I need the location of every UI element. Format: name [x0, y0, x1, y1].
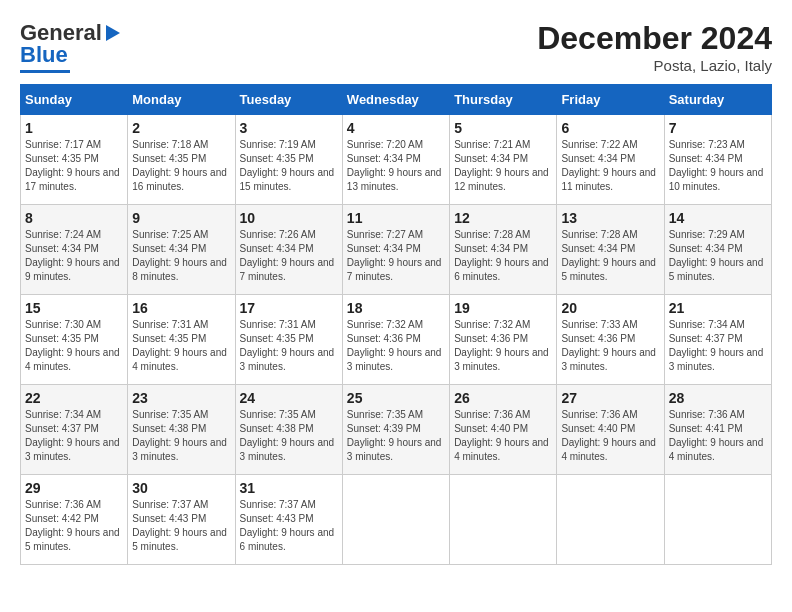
day-info: Sunrise: 7:24 AMSunset: 4:34 PMDaylight:…	[25, 229, 120, 282]
day-info: Sunrise: 7:18 AMSunset: 4:35 PMDaylight:…	[132, 139, 227, 192]
day-info: Sunrise: 7:37 AMSunset: 4:43 PMDaylight:…	[240, 499, 335, 552]
day-number: 8	[25, 210, 123, 226]
col-sunday: Sunday	[21, 85, 128, 115]
day-number: 26	[454, 390, 552, 406]
calendar-cell	[342, 475, 449, 565]
day-number: 18	[347, 300, 445, 316]
day-number: 16	[132, 300, 230, 316]
calendar-cell: 10Sunrise: 7:26 AMSunset: 4:34 PMDayligh…	[235, 205, 342, 295]
day-info: Sunrise: 7:21 AMSunset: 4:34 PMDaylight:…	[454, 139, 549, 192]
calendar-cell: 21Sunrise: 7:34 AMSunset: 4:37 PMDayligh…	[664, 295, 771, 385]
calendar-week-row: 15Sunrise: 7:30 AMSunset: 4:35 PMDayligh…	[21, 295, 772, 385]
day-info: Sunrise: 7:19 AMSunset: 4:35 PMDaylight:…	[240, 139, 335, 192]
day-number: 5	[454, 120, 552, 136]
day-number: 2	[132, 120, 230, 136]
logo-arrow-icon	[106, 25, 120, 41]
calendar-week-row: 1Sunrise: 7:17 AMSunset: 4:35 PMDaylight…	[21, 115, 772, 205]
day-info: Sunrise: 7:34 AMSunset: 4:37 PMDaylight:…	[669, 319, 764, 372]
day-info: Sunrise: 7:23 AMSunset: 4:34 PMDaylight:…	[669, 139, 764, 192]
day-number: 1	[25, 120, 123, 136]
day-info: Sunrise: 7:28 AMSunset: 4:34 PMDaylight:…	[454, 229, 549, 282]
day-info: Sunrise: 7:28 AMSunset: 4:34 PMDaylight:…	[561, 229, 656, 282]
day-info: Sunrise: 7:20 AMSunset: 4:34 PMDaylight:…	[347, 139, 442, 192]
day-info: Sunrise: 7:37 AMSunset: 4:43 PMDaylight:…	[132, 499, 227, 552]
calendar-cell: 3Sunrise: 7:19 AMSunset: 4:35 PMDaylight…	[235, 115, 342, 205]
calendar-cell	[664, 475, 771, 565]
day-number: 31	[240, 480, 338, 496]
calendar-week-row: 8Sunrise: 7:24 AMSunset: 4:34 PMDaylight…	[21, 205, 772, 295]
day-info: Sunrise: 7:36 AMSunset: 4:40 PMDaylight:…	[561, 409, 656, 462]
calendar-cell: 9Sunrise: 7:25 AMSunset: 4:34 PMDaylight…	[128, 205, 235, 295]
calendar-cell: 25Sunrise: 7:35 AMSunset: 4:39 PMDayligh…	[342, 385, 449, 475]
day-number: 12	[454, 210, 552, 226]
day-number: 30	[132, 480, 230, 496]
calendar-header-row: Sunday Monday Tuesday Wednesday Thursday…	[21, 85, 772, 115]
col-monday: Monday	[128, 85, 235, 115]
day-number: 7	[669, 120, 767, 136]
col-saturday: Saturday	[664, 85, 771, 115]
day-number: 13	[561, 210, 659, 226]
calendar-cell: 6Sunrise: 7:22 AMSunset: 4:34 PMDaylight…	[557, 115, 664, 205]
day-info: Sunrise: 7:33 AMSunset: 4:36 PMDaylight:…	[561, 319, 656, 372]
day-number: 10	[240, 210, 338, 226]
day-info: Sunrise: 7:31 AMSunset: 4:35 PMDaylight:…	[240, 319, 335, 372]
day-number: 27	[561, 390, 659, 406]
day-number: 25	[347, 390, 445, 406]
day-info: Sunrise: 7:36 AMSunset: 4:42 PMDaylight:…	[25, 499, 120, 552]
calendar-cell: 13Sunrise: 7:28 AMSunset: 4:34 PMDayligh…	[557, 205, 664, 295]
calendar-cell: 5Sunrise: 7:21 AMSunset: 4:34 PMDaylight…	[450, 115, 557, 205]
page-header: General Blue December 2024 Posta, Lazio,…	[20, 20, 772, 74]
day-info: Sunrise: 7:35 AMSunset: 4:38 PMDaylight:…	[240, 409, 335, 462]
calendar-week-row: 22Sunrise: 7:34 AMSunset: 4:37 PMDayligh…	[21, 385, 772, 475]
day-info: Sunrise: 7:25 AMSunset: 4:34 PMDaylight:…	[132, 229, 227, 282]
col-tuesday: Tuesday	[235, 85, 342, 115]
calendar-cell: 1Sunrise: 7:17 AMSunset: 4:35 PMDaylight…	[21, 115, 128, 205]
day-info: Sunrise: 7:31 AMSunset: 4:35 PMDaylight:…	[132, 319, 227, 372]
col-wednesday: Wednesday	[342, 85, 449, 115]
calendar-cell: 18Sunrise: 7:32 AMSunset: 4:36 PMDayligh…	[342, 295, 449, 385]
calendar-cell: 31Sunrise: 7:37 AMSunset: 4:43 PMDayligh…	[235, 475, 342, 565]
day-number: 22	[25, 390, 123, 406]
calendar-cell: 16Sunrise: 7:31 AMSunset: 4:35 PMDayligh…	[128, 295, 235, 385]
calendar-cell: 12Sunrise: 7:28 AMSunset: 4:34 PMDayligh…	[450, 205, 557, 295]
calendar-cell: 2Sunrise: 7:18 AMSunset: 4:35 PMDaylight…	[128, 115, 235, 205]
calendar-cell	[450, 475, 557, 565]
calendar-cell: 14Sunrise: 7:29 AMSunset: 4:34 PMDayligh…	[664, 205, 771, 295]
col-thursday: Thursday	[450, 85, 557, 115]
calendar-cell: 15Sunrise: 7:30 AMSunset: 4:35 PMDayligh…	[21, 295, 128, 385]
day-info: Sunrise: 7:29 AMSunset: 4:34 PMDaylight:…	[669, 229, 764, 282]
day-number: 21	[669, 300, 767, 316]
calendar-cell	[557, 475, 664, 565]
month-title: December 2024	[537, 20, 772, 57]
day-number: 15	[25, 300, 123, 316]
day-info: Sunrise: 7:30 AMSunset: 4:35 PMDaylight:…	[25, 319, 120, 372]
calendar-cell: 28Sunrise: 7:36 AMSunset: 4:41 PMDayligh…	[664, 385, 771, 475]
calendar-week-row: 29Sunrise: 7:36 AMSunset: 4:42 PMDayligh…	[21, 475, 772, 565]
col-friday: Friday	[557, 85, 664, 115]
day-info: Sunrise: 7:32 AMSunset: 4:36 PMDaylight:…	[454, 319, 549, 372]
day-number: 3	[240, 120, 338, 136]
calendar-cell: 4Sunrise: 7:20 AMSunset: 4:34 PMDaylight…	[342, 115, 449, 205]
calendar-cell: 19Sunrise: 7:32 AMSunset: 4:36 PMDayligh…	[450, 295, 557, 385]
day-number: 19	[454, 300, 552, 316]
logo: General Blue	[20, 20, 120, 73]
day-info: Sunrise: 7:17 AMSunset: 4:35 PMDaylight:…	[25, 139, 120, 192]
day-number: 20	[561, 300, 659, 316]
calendar-cell: 20Sunrise: 7:33 AMSunset: 4:36 PMDayligh…	[557, 295, 664, 385]
calendar-cell: 11Sunrise: 7:27 AMSunset: 4:34 PMDayligh…	[342, 205, 449, 295]
day-info: Sunrise: 7:35 AMSunset: 4:39 PMDaylight:…	[347, 409, 442, 462]
calendar-cell: 29Sunrise: 7:36 AMSunset: 4:42 PMDayligh…	[21, 475, 128, 565]
day-number: 6	[561, 120, 659, 136]
day-number: 17	[240, 300, 338, 316]
day-info: Sunrise: 7:36 AMSunset: 4:40 PMDaylight:…	[454, 409, 549, 462]
day-info: Sunrise: 7:36 AMSunset: 4:41 PMDaylight:…	[669, 409, 764, 462]
calendar-cell: 8Sunrise: 7:24 AMSunset: 4:34 PMDaylight…	[21, 205, 128, 295]
day-info: Sunrise: 7:26 AMSunset: 4:34 PMDaylight:…	[240, 229, 335, 282]
day-number: 4	[347, 120, 445, 136]
location: Posta, Lazio, Italy	[537, 57, 772, 74]
calendar-cell: 24Sunrise: 7:35 AMSunset: 4:38 PMDayligh…	[235, 385, 342, 475]
logo-blue: Blue	[20, 42, 68, 68]
day-number: 24	[240, 390, 338, 406]
calendar-cell: 26Sunrise: 7:36 AMSunset: 4:40 PMDayligh…	[450, 385, 557, 475]
calendar-cell: 22Sunrise: 7:34 AMSunset: 4:37 PMDayligh…	[21, 385, 128, 475]
